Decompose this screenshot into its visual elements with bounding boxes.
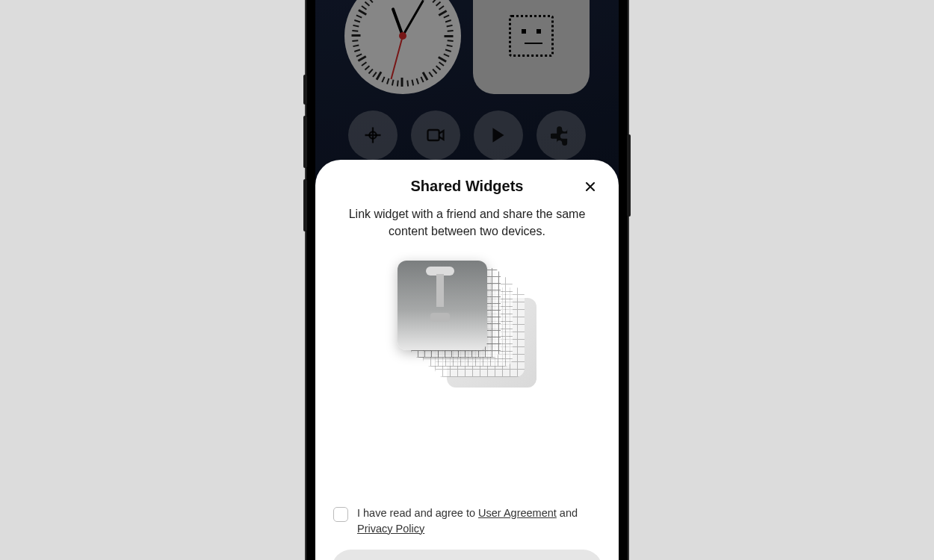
phone-frame: Shared Widgets Link widget with a friend…: [306, 0, 628, 560]
volume-up-button: [303, 116, 307, 168]
user-agreement-link[interactable]: User Agreement: [478, 507, 557, 519]
phone-screen: Shared Widgets Link widget with a friend…: [315, 0, 619, 560]
shared-widgets-sheet: Shared Widgets Link widget with a friend…: [315, 160, 619, 560]
privacy-policy-link[interactable]: Privacy Policy: [357, 523, 424, 535]
sheet-title: Shared Widgets: [332, 178, 602, 195]
volume-down-button: [303, 179, 307, 231]
consent-text: I have read and agree to User Agreement …: [357, 505, 601, 536]
close-button[interactable]: [580, 176, 601, 197]
consent-and: and: [557, 507, 578, 519]
sheet-illustration: [389, 264, 545, 398]
power-button: [627, 134, 631, 217]
volume-button: [303, 75, 307, 105]
start-sharing-button[interactable]: Start sharing: [332, 550, 602, 560]
consent-row: I have read and agree to User Agreement …: [332, 505, 602, 536]
close-icon: [583, 179, 598, 194]
consent-prefix: I have read and agree to: [357, 507, 478, 519]
sheet-subtitle: Link widget with a friend and share the …: [332, 205, 602, 240]
consent-checkbox[interactable]: [333, 507, 348, 522]
